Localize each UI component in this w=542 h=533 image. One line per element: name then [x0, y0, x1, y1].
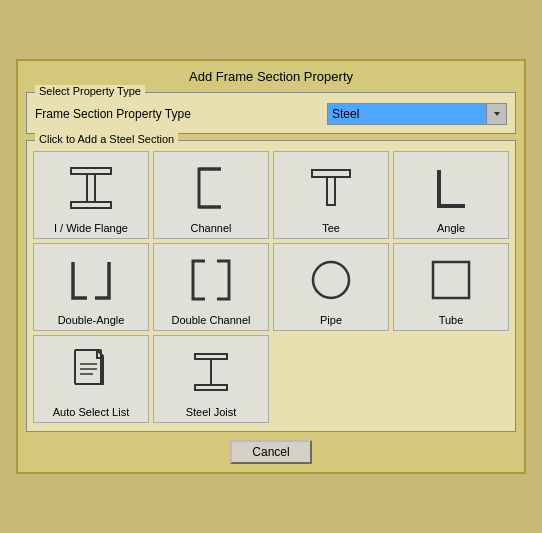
angle-icon — [398, 158, 504, 218]
property-type-label: Frame Section Property Type — [35, 107, 327, 121]
auto-select-label: Auto Select List — [53, 406, 129, 418]
sections-grid-row1: I / Wide Flange Channel — [33, 151, 509, 239]
sections-grid-row2: Double-Angle Double Channel — [33, 243, 509, 331]
pipe-label: Pipe — [320, 314, 342, 326]
channel-label: Channel — [191, 222, 232, 234]
angle-label: Angle — [437, 222, 465, 234]
dropdown-arrow-icon[interactable] — [487, 103, 507, 125]
tee-icon — [278, 158, 384, 218]
svg-rect-15 — [195, 385, 227, 390]
steel-joist-button[interactable]: Steel Joist — [153, 335, 269, 423]
cancel-button[interactable]: Cancel — [230, 440, 311, 464]
tee-button[interactable]: Tee — [273, 151, 389, 239]
svg-rect-14 — [195, 354, 227, 359]
pipe-button[interactable]: Pipe — [273, 243, 389, 331]
tube-icon — [398, 250, 504, 310]
dropdown-wrapper: Steel Concrete Aluminum Cold-formed Stee… — [327, 103, 507, 125]
sections-grid-row3: Auto Select List Steel Joist — [33, 335, 509, 423]
svg-rect-9 — [433, 262, 469, 298]
tee-label: Tee — [322, 222, 340, 234]
select-property-group: Select Property Type Frame Section Prope… — [26, 92, 516, 134]
auto-select-button[interactable]: Auto Select List — [33, 335, 149, 423]
auto-select-icon — [38, 342, 144, 402]
steel-section-legend: Click to Add a Steel Section — [35, 133, 178, 145]
channel-button[interactable]: Channel — [153, 151, 269, 239]
svg-rect-6 — [312, 170, 350, 177]
double-angle-icon — [38, 250, 144, 310]
bottom-row: Cancel — [26, 440, 516, 464]
tube-label: Tube — [439, 314, 464, 326]
dialog: Add Frame Section Property Select Proper… — [16, 59, 526, 474]
svg-marker-0 — [494, 112, 500, 116]
tube-button[interactable]: Tube — [393, 243, 509, 331]
double-angle-button[interactable]: Double-Angle — [33, 243, 149, 331]
double-channel-button[interactable]: Double Channel — [153, 243, 269, 331]
steel-joist-icon — [158, 342, 264, 402]
steel-joist-label: Steel Joist — [186, 406, 237, 418]
property-type-dropdown[interactable]: Steel Concrete Aluminum Cold-formed Stee… — [327, 103, 487, 125]
double-channel-icon — [158, 250, 264, 310]
pipe-icon — [278, 250, 384, 310]
svg-point-8 — [313, 262, 349, 298]
wide-flange-label: I / Wide Flange — [54, 222, 128, 234]
channel-icon — [158, 158, 264, 218]
wide-flange-button[interactable]: I / Wide Flange — [33, 151, 149, 239]
empty-slot-2 — [393, 335, 509, 423]
wide-flange-icon — [38, 158, 144, 218]
angle-button[interactable]: Angle — [393, 151, 509, 239]
empty-slot-1 — [273, 335, 389, 423]
svg-rect-3 — [87, 174, 95, 202]
dialog-title: Add Frame Section Property — [26, 69, 516, 84]
double-angle-label: Double-Angle — [58, 314, 125, 326]
select-property-legend: Select Property Type — [35, 85, 145, 97]
svg-rect-7 — [327, 177, 335, 205]
double-channel-label: Double Channel — [172, 314, 251, 326]
steel-section-group: Click to Add a Steel Section I / Wide Fl… — [26, 140, 516, 432]
property-row: Frame Section Property Type Steel Concre… — [35, 103, 507, 125]
